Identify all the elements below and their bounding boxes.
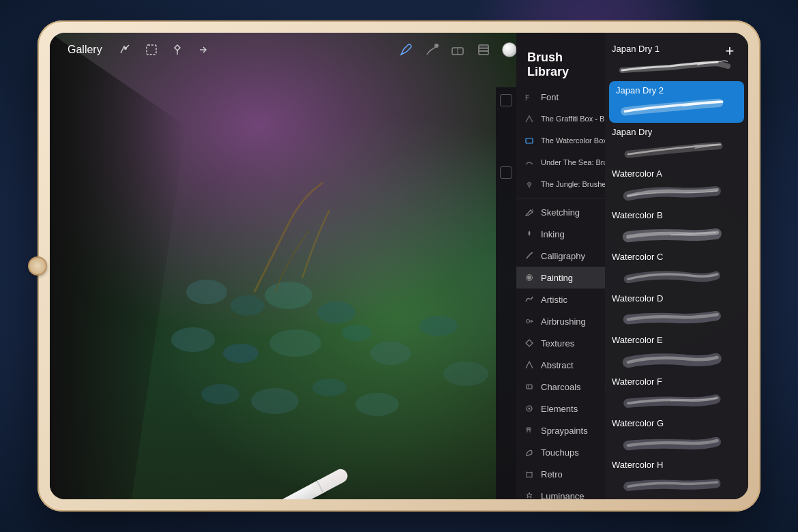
font-icon: F: [523, 91, 535, 103]
category-under-sea-label: Under The Sea: Brus...: [541, 158, 605, 166]
brush-item-watercolor-d[interactable]: Watercolor D: [605, 289, 748, 331]
category-calligraphy-label: Calligraphy: [541, 251, 585, 261]
top-right-icons: [396, 40, 519, 59]
category-item-graffiti[interactable]: The Graffiti Box - Br...: [516, 108, 605, 130]
brush-item-watercolor-c[interactable]: Watercolor C: [605, 248, 748, 289]
gallery-button[interactable]: Gallery: [61, 40, 109, 60]
brush-preview-watercolor-g: [612, 430, 741, 452]
brush-item-watercolor-b[interactable]: Watercolor B: [605, 206, 748, 248]
brush-name-watercolor-e: Watercolor E: [612, 335, 741, 345]
layers-tool[interactable]: [474, 40, 493, 59]
category-item-touchups[interactable]: Touchups: [516, 441, 605, 463]
category-jungle-label: The Jungle: Brushes: [541, 180, 605, 188]
category-item-textures[interactable]: Textures: [516, 332, 605, 354]
brush-item-watercolor-f[interactable]: Watercolor F: [605, 372, 748, 414]
brush-preview-watercolor-a: [612, 180, 741, 202]
brush-library-panel: Brush Library + F Font The Graffiti Box …: [516, 33, 748, 499]
category-item-watercolor-box[interactable]: The Watercolor Box-...: [516, 130, 605, 151]
library-title: Brush Library: [527, 50, 594, 79]
inking-icon: [523, 228, 535, 240]
panel-collapse-btn[interactable]: [500, 94, 512, 106]
spraypaints-icon: [523, 424, 535, 437]
tool-icons-group: [117, 42, 211, 58]
svg-rect-16: [147, 45, 156, 55]
brush-item-japan-dry-1[interactable]: Japan Dry 1: [605, 40, 748, 81]
category-item-artistic[interactable]: Artistic: [516, 289, 605, 310]
eraser-tool[interactable]: [448, 40, 467, 59]
brush-item-watercolor-e[interactable]: Watercolor E: [605, 331, 748, 372]
category-luminance-label: Luminance: [541, 491, 585, 500]
category-item-jungle[interactable]: The Jungle: Brushes: [516, 173, 605, 195]
right-side-panel: [496, 87, 516, 499]
category-item-calligraphy[interactable]: Calligraphy: [516, 245, 605, 267]
category-retro-label: Retro: [541, 469, 563, 479]
category-item-retro[interactable]: Retro: [516, 463, 605, 485]
category-charcoals-label: Charcoals: [541, 382, 581, 392]
svg-point-29: [527, 320, 530, 323]
category-abstract-label: Abstract: [541, 360, 574, 370]
selection-tool[interactable]: [143, 42, 160, 58]
svg-point-6: [269, 329, 321, 357]
transform-tool[interactable]: [169, 42, 186, 58]
brush-name-watercolor-f: Watercolor F: [612, 376, 741, 387]
brush-name-watercolor-h: Watercolor H: [612, 460, 741, 470]
category-item-airbrushing[interactable]: Airbrushing: [516, 310, 605, 332]
brush-name-japan-dry: Japan Dry: [612, 127, 741, 137]
category-item-spraypaints[interactable]: Spraypaints: [516, 419, 605, 441]
category-textures-label: Textures: [541, 338, 574, 349]
smudge-tool[interactable]: [422, 40, 441, 59]
svg-rect-31: [527, 385, 532, 389]
category-spraypaints-label: Spraypaints: [541, 426, 588, 436]
graffiti-icon: [523, 113, 535, 125]
brush-item-watercolor-g[interactable]: Watercolor G: [605, 414, 748, 456]
brush-name-watercolor-g: Watercolor G: [612, 418, 741, 428]
category-item-sketching[interactable]: Sketching: [516, 201, 605, 223]
home-button[interactable]: [28, 256, 47, 276]
category-airbrushing-label: Airbrushing: [541, 316, 586, 327]
category-item-inking[interactable]: Inking: [516, 223, 605, 245]
brush-name-watercolor-b: Watercolor B: [612, 210, 741, 220]
svg-point-4: [171, 327, 215, 352]
library-header: Brush Library: [516, 40, 605, 86]
brush-preview-watercolor-c: [612, 263, 741, 285]
brush-preview-watercolor-h: [612, 471, 741, 493]
svg-point-18: [434, 44, 439, 48]
category-item-abstract[interactable]: Abstract: [516, 354, 605, 376]
category-item-under-sea[interactable]: Under The Sea: Brus...: [516, 151, 605, 173]
brush-name-watercolor-d: Watercolor D: [612, 293, 741, 304]
category-item-charcoals[interactable]: Charcoals: [516, 376, 605, 398]
svg-point-15: [124, 47, 127, 50]
brush-item-watercolor-a[interactable]: Watercolor A: [605, 164, 748, 206]
modify-tool[interactable]: [117, 42, 134, 58]
watercolor-box-icon: [523, 134, 535, 147]
brush-name-japan-dry-2: Japan Dry 2: [616, 85, 737, 95]
category-item-elements[interactable]: Elements: [516, 398, 605, 419]
panel-button-2[interactable]: [500, 166, 512, 179]
brush-preview-watercolor-e: [612, 346, 741, 368]
category-item-font[interactable]: F Font: [516, 86, 605, 108]
category-watercolor-box-label: The Watercolor Box-...: [541, 136, 605, 145]
category-elements-label: Elements: [541, 404, 578, 414]
sketching-icon: [523, 206, 535, 218]
brush-tool-active[interactable]: [396, 40, 415, 59]
svg-text:F: F: [525, 94, 529, 102]
brush-item-japan-dry-2[interactable]: Japan Dry 2: [609, 81, 744, 123]
brush-item-watercolor-h[interactable]: Watercolor H: [605, 456, 748, 497]
abstract-icon: [523, 359, 535, 371]
category-font-label: Font: [541, 92, 559, 102]
brush-preview-watercolor-b: [612, 222, 741, 243]
arrow-tool[interactable]: [195, 42, 211, 58]
svg-point-11: [312, 379, 346, 396]
category-item-painting[interactable]: Painting: [516, 267, 605, 289]
svg-point-13: [419, 316, 458, 336]
svg-point-9: [201, 384, 239, 404]
luminance-icon: [523, 490, 535, 499]
svg-point-8: [370, 342, 411, 365]
category-item-luminance[interactable]: Luminance: [516, 485, 605, 499]
svg-point-14: [443, 361, 488, 386]
jungle-icon: [523, 178, 535, 190]
svg-rect-25: [526, 138, 533, 143]
brush-item-japan-dry[interactable]: Japan Dry: [605, 123, 748, 164]
category-painting-label: Painting: [541, 273, 573, 283]
svg-point-7: [342, 325, 372, 341]
